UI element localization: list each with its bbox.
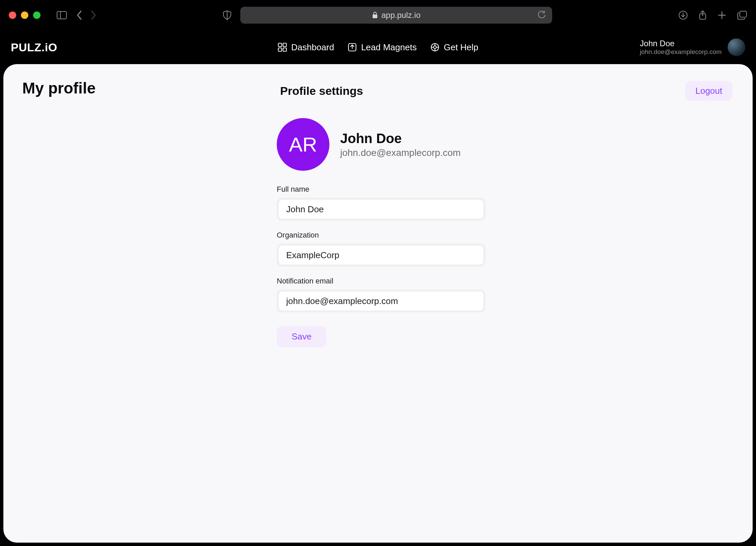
address-bar[interactable]: app.pulz.io [240, 7, 552, 24]
svg-rect-12 [283, 43, 287, 47]
import-icon [348, 43, 357, 52]
nav-forward-icon[interactable] [90, 10, 97, 20]
sidebar-toggle-icon[interactable] [56, 9, 68, 21]
nav-get-help[interactable]: Get Help [430, 42, 479, 53]
organization-label: Organization [277, 231, 485, 240]
app-header: PULZ.iO Dashboard Lead Magnets Get Help … [0, 30, 756, 64]
browser-chrome: app.pulz.io [0, 0, 756, 30]
brand-logo[interactable]: PULZ.iO [11, 41, 57, 54]
svg-rect-10 [740, 11, 747, 17]
nav-item-label: Lead Magnets [361, 42, 417, 53]
avatar[interactable] [728, 38, 745, 56]
reload-icon[interactable] [537, 11, 546, 20]
downloads-icon[interactable] [678, 10, 688, 20]
window-zoom-icon[interactable] [33, 11, 40, 19]
svg-point-18 [434, 46, 436, 49]
header-user-name: John Doe [640, 39, 722, 49]
profile-form: Full name Organization Notification emai… [277, 185, 485, 347]
nav-lead-magnets[interactable]: Lead Magnets [348, 42, 417, 53]
header-user-email: john.doe@examplecorp.com [640, 48, 722, 56]
profile-avatar: AR [277, 118, 329, 171]
nav-item-label: Get Help [444, 42, 479, 53]
notification-email-label: Notification email [277, 277, 485, 285]
window-minimize-icon[interactable] [21, 11, 28, 19]
privacy-shield-icon[interactable] [223, 10, 232, 20]
share-icon[interactable] [699, 10, 707, 20]
lock-icon [372, 11, 378, 19]
profile-email: john.doe@examplecorp.com [340, 147, 461, 158]
profile-name: John Doe [340, 131, 461, 146]
svg-rect-13 [278, 48, 282, 51]
help-icon [430, 43, 440, 52]
grid-icon [278, 43, 287, 52]
window-controls [9, 11, 40, 19]
profile-summary: AR John Doe john.doe@examplecorp.com [277, 118, 461, 171]
svg-rect-0 [57, 11, 66, 19]
tab-overview-icon[interactable] [737, 10, 747, 20]
window-close-icon[interactable] [9, 11, 16, 19]
notification-email-input[interactable] [279, 292, 483, 310]
svg-rect-11 [278, 43, 282, 47]
section-title: Profile settings [280, 84, 363, 98]
full-name-label: Full name [277, 185, 485, 194]
organization-input[interactable] [279, 246, 483, 265]
new-tab-icon[interactable] [718, 11, 726, 20]
save-button[interactable]: Save [277, 326, 326, 347]
header-user[interactable]: John Doe john.doe@examplecorp.com [640, 38, 745, 56]
svg-rect-3 [373, 15, 377, 18]
main-nav: Dashboard Lead Magnets Get Help [278, 42, 479, 53]
url-text: app.pulz.io [381, 10, 421, 20]
nav-item-label: Dashboard [291, 42, 334, 53]
content-card: My profile Profile settings Logout AR Jo… [3, 64, 753, 543]
nav-dashboard[interactable]: Dashboard [278, 42, 334, 53]
logout-button[interactable]: Logout [685, 81, 732, 101]
nav-back-icon[interactable] [76, 10, 82, 20]
full-name-input[interactable] [279, 200, 483, 219]
svg-rect-14 [283, 48, 287, 51]
